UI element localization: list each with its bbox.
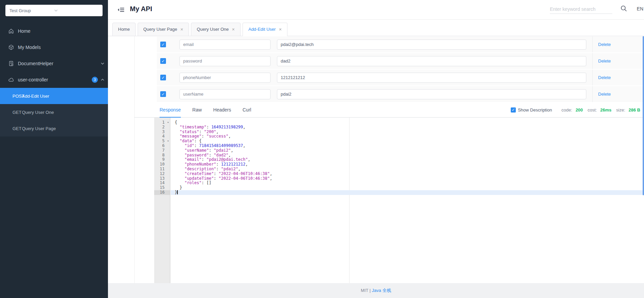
sidebar-item-home[interactable]: Home (0, 23, 108, 39)
code-line: "status": "200", (171, 130, 644, 134)
code-line: "userName": "pdai2", (171, 148, 644, 153)
show-description-checkbox[interactable] (511, 107, 516, 113)
endpoint-label: Query User Page (22, 126, 56, 131)
tab-label: Query User Page (143, 23, 177, 36)
gutter-line-number: 2 (154, 125, 170, 130)
tab-label: Query User One (197, 23, 229, 36)
http-method: POST (0, 94, 22, 99)
count-badge: 3 (92, 77, 98, 83)
param-name-input[interactable] (179, 89, 271, 99)
endpoint-add-edit-user[interactable]: POSTAdd-Edit User (0, 88, 108, 104)
meta-label: size: (616, 107, 625, 113)
fold-icon[interactable]: ▾ (167, 139, 169, 144)
meta-label: code: (561, 107, 572, 113)
sidebar-item-my-models[interactable]: My Models (0, 39, 108, 55)
main-content: DeleteDeleteDeleteDelete ResponseRawHead… (108, 36, 644, 283)
sidebar-item-user-controller[interactable]: user-controller3 (0, 72, 108, 88)
show-description-label: Show Description (518, 107, 552, 113)
param-name-input[interactable] (179, 40, 271, 50)
delete-link[interactable]: Delete (598, 75, 611, 80)
code-line: { (171, 120, 644, 125)
tab-query-user-page[interactable]: Query User Page✕ (138, 23, 189, 36)
response-tab-headers[interactable]: Headers (213, 102, 231, 117)
code-line: "data": { (171, 139, 644, 144)
param-row-password: Delete (157, 53, 644, 69)
close-icon[interactable]: ✕ (232, 23, 235, 36)
meta-value: 286 B (628, 107, 640, 113)
code-line: "phoneNumber": 1212121212, (171, 162, 644, 167)
endpoint-label: Add-Edit User (22, 94, 49, 99)
gutter-line-number: 13 (154, 176, 170, 181)
column-divider (592, 70, 593, 85)
code-editor[interactable]: 1▾2345▾678910111213141516 { "timestamp":… (154, 118, 644, 283)
endpoint-query-user-one[interactable]: GETQuery User One (0, 104, 108, 120)
delete-link[interactable]: Delete (598, 58, 611, 64)
scrollbar-thumb[interactable] (643, 36, 644, 195)
chevron-down-icon (54, 8, 99, 13)
http-method: GET (0, 110, 22, 115)
search-input[interactable] (550, 4, 612, 14)
sidebar-collapse-icon[interactable] (117, 6, 125, 14)
param-row-email: Delete (157, 36, 644, 52)
code-line: } (171, 185, 644, 190)
tab-label: Add-Edit User (248, 23, 276, 36)
language-switch[interactable]: EN (637, 6, 643, 11)
meta-label: cost: (588, 107, 597, 113)
editor-code[interactable]: { "timestamp": 1649213198299, "status": … (171, 118, 644, 283)
column-divider (592, 53, 593, 69)
fold-icon[interactable]: ▾ (167, 120, 169, 125)
footer-link[interactable]: Java 全栈 (372, 288, 391, 293)
gutter-line-number: 4 (154, 134, 170, 139)
footer-separator: | (369, 288, 370, 293)
search-icon[interactable] (620, 5, 628, 13)
gutter-line-number: 12 (154, 172, 170, 176)
tab-query-user-one[interactable]: Query User One✕ (191, 23, 241, 36)
param-value-input[interactable] (277, 73, 586, 83)
tab-bar: HomeQuery User Page✕Query User One✕Add-E… (108, 20, 644, 36)
response-tab-raw[interactable]: Raw (192, 102, 202, 117)
code-line: "createTime": "2022-04-06T10:46:38", (171, 172, 644, 176)
search-wrap (550, 4, 612, 14)
param-name-input[interactable] (179, 56, 271, 66)
close-icon[interactable]: ✕ (180, 23, 183, 36)
delete-link[interactable]: Delete (598, 42, 611, 47)
param-checkbox[interactable] (160, 58, 166, 64)
response-tab-curl[interactable]: Curl (243, 102, 251, 117)
param-value-input[interactable] (277, 56, 586, 66)
code-line: "roles": [] (171, 181, 644, 185)
param-name-input[interactable] (179, 73, 271, 83)
code-line: "message": "success", (171, 134, 644, 139)
group-select[interactable]: Test Group (5, 5, 103, 16)
delete-link[interactable]: Delete (598, 92, 611, 97)
tab-add-edit-user[interactable]: Add-Edit User✕ (243, 23, 287, 36)
group-select-value: Test Group (9, 8, 54, 13)
gutter-line-number: 1▾ (154, 120, 170, 125)
tab-home[interactable]: Home (112, 23, 136, 36)
sidebar-item-label: DocumentHelper (18, 61, 53, 66)
column-divider (592, 86, 593, 102)
param-checkbox[interactable] (160, 91, 166, 97)
code-line: "updateTime": "2022-04-06T10:46:38", (171, 176, 644, 181)
sidebar: Test Group HomeMy ModelsDocumentHelperus… (0, 0, 108, 298)
param-value-input[interactable] (277, 40, 586, 50)
param-row-username: Delete (157, 86, 644, 102)
response-nav: ResponseRawHeadersCurl Show Description … (134, 102, 644, 118)
gutter-line-number: 9 (154, 157, 170, 162)
gutter-line-number: 14 (154, 181, 170, 185)
response-tab-response[interactable]: Response (160, 102, 181, 117)
param-checkbox[interactable] (160, 75, 166, 80)
tab-label: Home (118, 23, 130, 36)
code-line: "password": "dad2", (171, 153, 644, 158)
license-text: MIT (361, 288, 368, 293)
chevron-down-icon (101, 61, 105, 66)
editor-gutter: 1▾2345▾678910111213141516 (154, 118, 170, 283)
endpoint-query-user-page[interactable]: GETQuery User Page (0, 120, 108, 136)
response-tabs: ResponseRawHeadersCurl (134, 102, 251, 117)
param-checkbox[interactable] (160, 42, 166, 47)
param-value-input[interactable] (277, 89, 586, 99)
code-line: "id": 718415481409089537, (171, 144, 644, 148)
document-icon (8, 60, 14, 67)
models-icon (8, 44, 14, 50)
sidebar-item-documenthelper[interactable]: DocumentHelper (0, 55, 108, 72)
close-icon[interactable]: ✕ (279, 23, 282, 36)
